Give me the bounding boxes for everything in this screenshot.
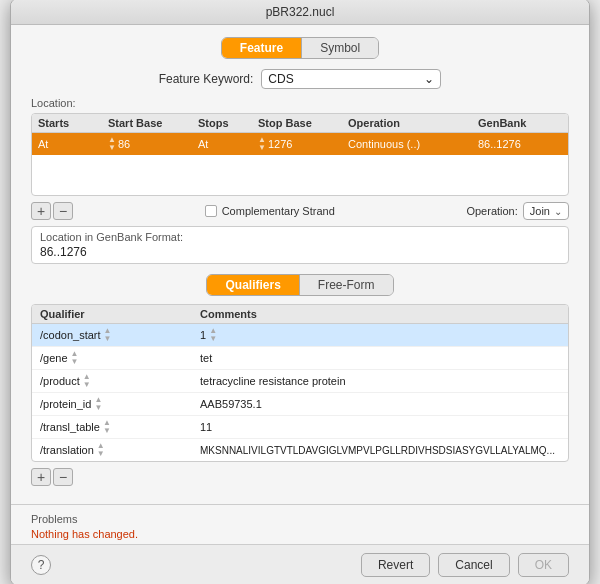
proteinid-stepper-icon[interactable]: ▲▼ (94, 396, 102, 412)
tab-free-form[interactable]: Free-Form (300, 275, 393, 295)
qual-col-qualifier: Qualifier (40, 308, 200, 320)
window-title: pBR322.nucl (266, 5, 335, 19)
operation-row: Operation: Join ⌄ (466, 202, 569, 220)
ok-button[interactable]: OK (518, 553, 569, 577)
comp-strand-checkbox[interactable] (205, 205, 217, 217)
location-format-label: Location in GenBank Format: (40, 231, 560, 243)
add-qualifier-button[interactable]: + (31, 468, 51, 486)
remove-location-button[interactable]: − (53, 202, 73, 220)
qual-cell-qualifier: /protein_id ▲▼ (40, 396, 200, 412)
operation-select[interactable]: Join ⌄ (523, 202, 569, 220)
product-stepper-icon[interactable]: ▲▼ (83, 373, 91, 389)
qual-cell-comments: AAB59735.1 (200, 398, 560, 410)
qual-row[interactable]: /product ▲▼ tetracycline resistance prot… (32, 370, 568, 393)
cell-starts: At (38, 138, 108, 150)
controls-row: + − Complementary Strand Operation: Join… (31, 202, 569, 220)
qual-cell-qualifier: /codon_start ▲▼ (40, 327, 200, 343)
comp-strand-group: Complementary Strand (205, 205, 335, 217)
col-operation: Operation (348, 117, 478, 129)
help-button[interactable]: ? (31, 555, 51, 575)
title-bar: pBR322.nucl (11, 0, 589, 25)
qual-cell-comments: MKSNNALIVILGTVTLDAVGIGLVMPVLPGLLRDIVHSDS… (200, 445, 560, 456)
table-row[interactable]: At ▲▼ 86 At ▲▼ 1276 Continuous (..) 86..… (32, 133, 568, 155)
cell-operation: Continuous (..) (348, 138, 478, 150)
qualifiers-table: Qualifier Comments /codon_start ▲▼ 1 ▲▼ … (31, 304, 569, 462)
qualifier-value: 1 (200, 329, 206, 341)
problems-label: Problems (31, 513, 569, 525)
qualifier-name: /protein_id (40, 398, 91, 410)
codon-val-stepper-icon[interactable]: ▲▼ (209, 327, 217, 343)
feature-keyword-select[interactable]: CDS ⌄ (261, 69, 441, 89)
qualifiers-tab-group: Qualifiers Free-Form (206, 274, 393, 296)
location-table-header: Starts Start Base Stops Stop Base Operat… (32, 114, 568, 133)
location-label: Location: (31, 97, 569, 109)
qual-row[interactable]: /transl_table ▲▼ 11 (32, 416, 568, 439)
codon-stepper-icon[interactable]: ▲▼ (104, 327, 112, 343)
location-table: Starts Start Base Stops Stop Base Operat… (31, 113, 569, 196)
tab-qualifiers[interactable]: Qualifiers (207, 275, 299, 295)
transltable-stepper-icon[interactable]: ▲▼ (103, 419, 111, 435)
qualifier-value: MKSNNALIVILGTVTLDAVGIGLVMPVLPGLLRDIVHSDS… (200, 445, 555, 456)
col-start-base: Start Base (108, 117, 198, 129)
content-area: Feature Symbol Feature Keyword: CDS ⌄ Lo… (11, 25, 589, 504)
qual-cell-comments: tet (200, 352, 560, 364)
qualifier-name: /product (40, 375, 80, 387)
cell-genbank: 86..1276 (478, 138, 568, 150)
qual-cell-qualifier: /transl_table ▲▼ (40, 419, 200, 435)
col-starts: Starts (38, 117, 108, 129)
start-base-value: 86 (118, 138, 130, 150)
start-base-stepper-icon[interactable]: ▲▼ (108, 136, 116, 152)
comp-strand-label: Complementary Strand (222, 205, 335, 217)
qualifier-name: /gene (40, 352, 68, 364)
tab-feature[interactable]: Feature (222, 38, 302, 58)
cancel-button[interactable]: Cancel (438, 553, 509, 577)
qual-cell-comments: 11 (200, 421, 560, 433)
qual-cell-qualifier: /translation ▲▼ (40, 442, 200, 458)
qual-plus-minus-group: + − (31, 468, 569, 486)
qual-col-comments: Comments (200, 308, 560, 320)
cell-stops: At (198, 138, 258, 150)
translation-stepper-icon[interactable]: ▲▼ (97, 442, 105, 458)
footer-buttons: Revert Cancel OK (361, 553, 569, 577)
plus-minus-group: + − (31, 202, 73, 220)
qual-row[interactable]: /translation ▲▼ MKSNNALIVILGTVTLDAVGIGLV… (32, 439, 568, 461)
problems-message: Nothing has changed. (31, 528, 569, 540)
qual-cell-qualifier: /gene ▲▼ (40, 350, 200, 366)
location-format-value: 86..1276 (40, 245, 560, 259)
qual-row[interactable]: /protein_id ▲▼ AAB59735.1 (32, 393, 568, 416)
col-genbank: GenBank (478, 117, 568, 129)
qualifier-value: 11 (200, 421, 212, 433)
gene-stepper-icon[interactable]: ▲▼ (71, 350, 79, 366)
qualifier-value: tet (200, 352, 212, 364)
qualifiers-tab-row: Qualifiers Free-Form (31, 274, 569, 296)
operation-value: Join (530, 205, 550, 217)
qual-row[interactable]: /gene ▲▼ tet (32, 347, 568, 370)
operation-label: Operation: (466, 205, 517, 217)
tab-symbol[interactable]: Symbol (302, 38, 378, 58)
stop-base-stepper-icon[interactable]: ▲▼ (258, 136, 266, 152)
qualifier-value: tetracycline resistance protein (200, 375, 346, 387)
feature-keyword-value: CDS (268, 72, 293, 86)
add-location-button[interactable]: + (31, 202, 51, 220)
cell-stop-base: ▲▼ 1276 (258, 136, 348, 152)
qual-cell-comments: tetracycline resistance protein (200, 375, 560, 387)
qual-cell-qualifier: /product ▲▼ (40, 373, 200, 389)
feature-keyword-arrow-icon: ⌄ (424, 72, 434, 86)
qual-row[interactable]: /codon_start ▲▼ 1 ▲▼ (32, 324, 568, 347)
col-stops: Stops (198, 117, 258, 129)
operation-arrow-icon: ⌄ (554, 206, 562, 217)
problems-section: Problems Nothing has changed. (11, 504, 589, 544)
feature-keyword-row: Feature Keyword: CDS ⌄ (31, 69, 569, 89)
qual-cell-comments: 1 ▲▼ (200, 327, 560, 343)
location-genbank-box: Location in GenBank Format: 86..1276 (31, 226, 569, 264)
remove-qualifier-button[interactable]: − (53, 468, 73, 486)
revert-button[interactable]: Revert (361, 553, 430, 577)
qual-table-header: Qualifier Comments (32, 305, 568, 324)
qualifier-name: /codon_start (40, 329, 101, 341)
qualifier-value: AAB59735.1 (200, 398, 262, 410)
stop-base-value: 1276 (268, 138, 292, 150)
top-tab-group: Feature Symbol (221, 37, 379, 59)
qualifier-name: /translation (40, 444, 94, 456)
feature-keyword-label: Feature Keyword: (159, 72, 254, 86)
footer: ? Revert Cancel OK (11, 544, 589, 584)
